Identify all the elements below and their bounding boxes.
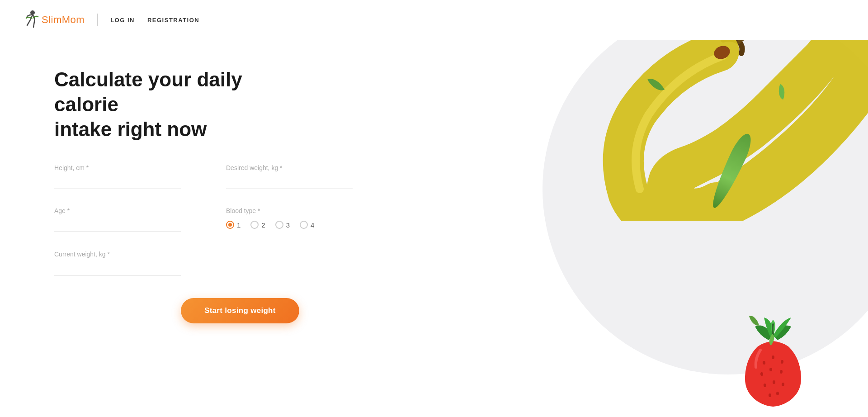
blood-type-radio-3[interactable] bbox=[275, 221, 283, 229]
age-field: Age * bbox=[54, 207, 181, 232]
main-nav: LOG IN REGISTRATION bbox=[110, 17, 199, 24]
svg-point-0 bbox=[30, 10, 35, 15]
blood-type-label-2: 2 bbox=[261, 221, 265, 229]
hero-title: Calculate your daily calorie intake righ… bbox=[54, 67, 298, 142]
height-input[interactable] bbox=[54, 175, 181, 189]
svg-point-3 bbox=[772, 355, 774, 359]
logo-text: SlimMom bbox=[42, 14, 85, 26]
svg-point-9 bbox=[773, 380, 775, 384]
logo-icon bbox=[18, 8, 42, 32]
strawberry-image bbox=[732, 317, 814, 408]
desired-weight-field: Desired weight, kg * bbox=[226, 164, 353, 189]
blood-type-radio-1[interactable] bbox=[226, 221, 234, 229]
calorie-form: Height, cm * Desired weight, kg * Age * … bbox=[54, 164, 371, 275]
blood-type-radio-2[interactable] bbox=[250, 221, 259, 229]
nav-registration[interactable]: REGISTRATION bbox=[147, 17, 199, 24]
logo-slim: Slim bbox=[42, 14, 62, 25]
height-label: Height, cm * bbox=[54, 164, 181, 171]
current-weight-input[interactable] bbox=[54, 261, 181, 275]
svg-point-6 bbox=[769, 368, 772, 371]
age-input[interactable] bbox=[54, 218, 181, 232]
desired-weight-input[interactable] bbox=[226, 175, 353, 189]
blood-type-label: Blood type * bbox=[226, 207, 353, 214]
age-label: Age * bbox=[54, 207, 181, 214]
blood-type-label-4: 4 bbox=[311, 221, 314, 229]
blood-type-radio-group: 1 2 3 4 bbox=[226, 221, 353, 232]
right-section bbox=[407, 40, 868, 417]
start-losing-weight-button[interactable]: Start losing weight bbox=[181, 298, 299, 323]
blood-type-field: Blood type * 1 2 3 bbox=[226, 207, 353, 232]
blood-type-option-1[interactable]: 1 bbox=[226, 221, 241, 229]
logo[interactable]: SlimMom bbox=[18, 8, 85, 32]
desired-weight-label: Desired weight, kg * bbox=[226, 164, 353, 171]
button-row: Start losing weight bbox=[54, 298, 371, 323]
banana-image bbox=[579, 40, 868, 230]
blood-type-option-4[interactable]: 4 bbox=[300, 221, 314, 229]
left-section: Calculate your daily calorie intake righ… bbox=[0, 40, 407, 417]
nav-login[interactable]: LOG IN bbox=[110, 17, 135, 24]
blood-type-radio-4[interactable] bbox=[300, 221, 308, 229]
logo-mom: Mom bbox=[62, 14, 85, 25]
blood-type-option-3[interactable]: 3 bbox=[275, 221, 290, 229]
height-field: Height, cm * bbox=[54, 164, 181, 189]
current-weight-field: Current weight, kg * bbox=[54, 251, 181, 275]
current-weight-label: Current weight, kg * bbox=[54, 251, 181, 258]
blood-type-option-2[interactable]: 2 bbox=[250, 221, 265, 229]
blood-type-label-1: 1 bbox=[237, 221, 241, 229]
blood-type-label-3: 3 bbox=[286, 221, 290, 229]
nav-divider bbox=[97, 14, 98, 26]
svg-point-11 bbox=[769, 393, 771, 397]
svg-point-12 bbox=[776, 392, 779, 395]
